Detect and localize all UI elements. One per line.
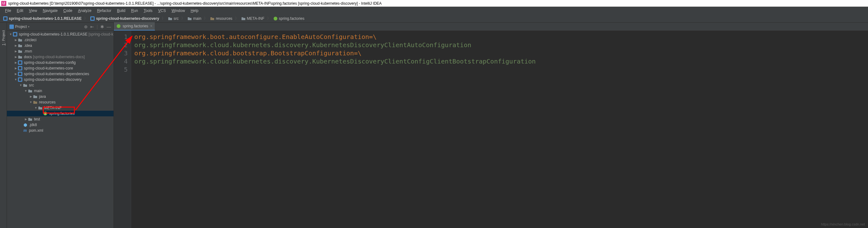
tree-node-spring-factories[interactable]: spring.factories	[7, 111, 114, 117]
editor-tab-spring-factories[interactable]: spring.factories ×	[114, 22, 155, 31]
breadcrumb-separator: 〉	[162, 16, 165, 21]
tree-node-src[interactable]: ▼src	[7, 83, 114, 88]
menu-code[interactable]: Code	[61, 8, 75, 13]
breadcrumb-separator: 〉	[204, 16, 208, 21]
tree-node-spring-cloud-kubernetes-discovery[interactable]: ▼spring-cloud-kubernetes-discovery	[7, 77, 114, 83]
menu-build[interactable]: Build	[115, 8, 128, 13]
tree-node-resources[interactable]: ▼resources	[7, 99, 114, 105]
locate-icon[interactable]: ⊕	[84, 24, 88, 29]
tree-node-main[interactable]: ▼main	[7, 88, 114, 94]
menu-file[interactable]: File	[2, 8, 13, 13]
tree-label: .idea	[24, 43, 32, 48]
code-line: org.springframework.boot.autoconfigure.E…	[134, 33, 865, 41]
tree-arrow[interactable]: ▼	[19, 84, 23, 87]
menu-window[interactable]: Window	[169, 8, 187, 13]
breadcrumb-meta-inf[interactable]: META-INF	[241, 17, 265, 21]
menu-help[interactable]: Help	[188, 8, 201, 13]
tree-arrow[interactable]: ▶	[14, 38, 18, 41]
menu-analyze[interactable]: Analyze	[75, 8, 94, 13]
gutter-line-numbers: 12345	[114, 31, 131, 228]
svg-rect-15	[19, 78, 21, 81]
tree-arrow[interactable]: ▶	[14, 61, 18, 64]
tree-arrow[interactable]: ▼	[9, 33, 12, 36]
svg-rect-5	[9, 25, 14, 29]
window-title: spring-cloud-kubernetes [D:\temp\201906\…	[8, 1, 382, 6]
folder-icon	[38, 105, 43, 110]
tree-label: java	[39, 94, 46, 99]
menu-vcs[interactable]: VCS	[156, 8, 168, 13]
project-tree[interactable]: ▼spring-cloud-kubernetes-1.0.1.RELEASE […	[7, 31, 114, 228]
tree-arrow[interactable]: ▼	[14, 78, 18, 81]
tree-arrow[interactable]: ▼	[29, 101, 33, 104]
svg-rect-3	[91, 17, 94, 20]
breadcrumb-resources[interactable]: resources	[210, 17, 233, 21]
tree-label: main	[34, 89, 42, 93]
tree-node-spring-cloud-kubernetes-dependencies[interactable]: ▶spring-cloud-kubernetes-dependencies	[7, 71, 114, 77]
menu-run[interactable]: Run	[129, 8, 141, 13]
tree-arrow[interactable]: ▼	[24, 89, 28, 93]
tree-node--jdk8[interactable]: ⬢.jdk8	[7, 122, 114, 128]
breadcrumb-separator: 〉	[235, 16, 239, 21]
module-icon	[18, 71, 23, 76]
tree-node-spring-cloud-kubernetes-1-0-1-release[interactable]: ▼spring-cloud-kubernetes-1.0.1.RELEASE […	[7, 31, 114, 37]
tree-arrow[interactable]: ▶	[14, 72, 18, 75]
spring-icon	[116, 24, 121, 28]
tree-node-pom-xml[interactable]: mpom.xml	[7, 128, 114, 133]
tree-node-spring-cloud-kubernetes-config[interactable]: ▶spring-cloud-kubernetes-config	[7, 60, 114, 65]
tree-node-spring-cloud-kubernetes-core[interactable]: ▶spring-cloud-kubernetes-core	[7, 65, 114, 71]
dropdown-icon[interactable]: ▾	[28, 25, 30, 28]
tree-node-java[interactable]: ▶java	[7, 94, 114, 99]
line-number: 3	[114, 49, 128, 57]
menu-edit[interactable]: Edit	[14, 8, 26, 13]
editor-tabs: spring.factories ×	[114, 23, 868, 31]
menu-navigate[interactable]: Navigate	[40, 8, 60, 13]
tree-arrow[interactable]: ▶	[14, 50, 18, 53]
menu-tools[interactable]: Tools	[141, 8, 155, 13]
breadcrumb-src[interactable]: src	[167, 17, 179, 21]
tree-arrow[interactable]: ▶	[14, 67, 18, 70]
tree-arrow[interactable]: ▼	[34, 106, 38, 109]
tree-node--circleci[interactable]: ▶.circleci	[7, 37, 114, 43]
tree-arrow[interactable]: ▶	[29, 95, 33, 98]
menu-refactor[interactable]: Refactor	[95, 8, 114, 13]
folder-icon	[28, 88, 33, 93]
tree-label: spring-cloud-kubernetes-core	[24, 66, 73, 70]
settings-icon[interactable]: ✱	[100, 24, 104, 29]
breadcrumb-spring-factories[interactable]: spring.factories	[273, 17, 305, 21]
folder-icon	[18, 43, 23, 48]
module-icon	[18, 77, 23, 82]
breadcrumb-spring-cloud-kubernetes-discovery[interactable]: spring-cloud-kubernetes-discovery	[90, 17, 160, 21]
tree-label: spring-cloud-kubernetes-dependencies	[24, 72, 89, 76]
editor-body[interactable]: 12345 org.springframework.boot.autoconfi…	[114, 31, 868, 228]
close-icon[interactable]: ×	[150, 24, 152, 28]
menu-view[interactable]: View	[26, 8, 40, 13]
divider: |	[97, 24, 98, 29]
tree-node-docs[interactable]: ▶docs [spring-cloud-kubernetes-docs]	[7, 54, 114, 60]
tree-node-meta-inf[interactable]: ▼META-INF	[7, 105, 114, 111]
line-number: 1	[114, 33, 128, 41]
line-number: 4	[114, 57, 128, 65]
tree-label: META-INF	[44, 106, 62, 110]
breadcrumb-separator: 〉	[84, 16, 88, 21]
hide-icon[interactable]: —	[106, 24, 111, 29]
editor-area: spring.factories × 12345 org.springframe…	[114, 23, 868, 228]
tree-node--idea[interactable]: ▶.idea	[7, 43, 114, 48]
svg-rect-7	[14, 33, 17, 36]
breadcrumb-main[interactable]: main	[187, 17, 202, 21]
tree-arrow[interactable]: ▶	[14, 44, 18, 47]
tree-label: spring-cloud-kubernetes-config	[24, 60, 76, 65]
folder-icon	[33, 94, 38, 99]
code-content[interactable]: org.springframework.boot.autoconfigure.E…	[131, 31, 868, 228]
editor-tab-label: spring.factories	[123, 24, 148, 28]
resources-icon	[33, 100, 38, 105]
tree-node--mvn[interactable]: ▶.mvn	[7, 48, 114, 54]
tree-arrow[interactable]: ▶	[14, 55, 18, 59]
project-tool-button[interactable]: 1: Project	[1, 29, 6, 46]
module-icon	[12, 32, 18, 37]
tree-node-test[interactable]: ▶test	[7, 117, 114, 122]
collapse-icon[interactable]: ⇤	[90, 24, 94, 29]
project-panel-title: Project	[15, 25, 27, 29]
tree-label: spring-cloud-kubernetes-1.0.1.RELEASE [s…	[19, 32, 113, 36]
breadcrumb-spring-cloud-kubernetes-1-0-1-release[interactable]: spring-cloud-kubernetes-1.0.1.RELEASE	[2, 17, 82, 21]
tree-arrow[interactable]: ▶	[24, 118, 28, 121]
